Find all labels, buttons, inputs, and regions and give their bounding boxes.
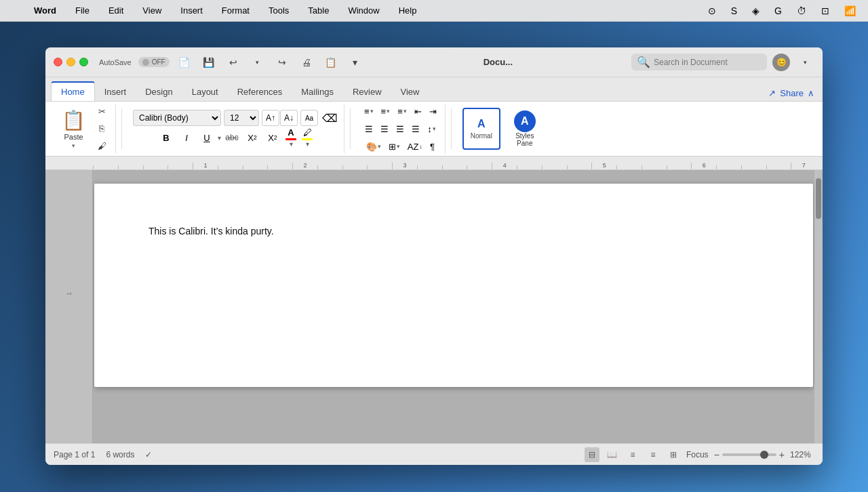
document-icon[interactable]: 📋 xyxy=(321,53,340,72)
menu-insert[interactable]: Insert xyxy=(176,4,207,17)
dropbox-icon[interactable]: ◈ xyxy=(748,4,764,18)
menu-format[interactable]: Format xyxy=(218,4,254,17)
share-button[interactable]: ↗ Share ∧ xyxy=(760,85,823,101)
bold-button[interactable]: B xyxy=(157,129,176,146)
tab-design[interactable]: Design xyxy=(136,83,182,101)
search-bar[interactable]: 🔍 xyxy=(631,54,767,70)
shading-button[interactable]: 🎨 ▾ xyxy=(363,138,384,155)
doc-scroll-area[interactable]: This is Calibri. It’s kinda purty. xyxy=(93,170,814,443)
font-color-dropdown[interactable]: ▾ xyxy=(290,140,293,148)
align-right-button[interactable]: ☰ xyxy=(393,121,407,137)
multilevel-list-button[interactable]: ≡ ▾ xyxy=(395,103,410,119)
bullet-dropdown[interactable]: ▾ xyxy=(370,108,374,115)
paste-button[interactable]: 📋 Paste ▾ xyxy=(56,104,91,153)
minimize-button[interactable] xyxy=(66,58,75,66)
highlight-dropdown[interactable]: ▾ xyxy=(306,140,309,148)
scroll-thumb[interactable] xyxy=(816,178,821,219)
superscript-button[interactable]: X2 xyxy=(263,129,282,146)
decrease-font-button[interactable]: A↓ xyxy=(280,110,298,126)
search-input[interactable] xyxy=(654,58,749,67)
tab-view[interactable]: View xyxy=(391,83,429,101)
underline-button[interactable]: U xyxy=(197,129,216,146)
siri-icon[interactable]: S xyxy=(727,4,741,18)
time-machine-icon[interactable]: ⏱ xyxy=(793,4,810,18)
autosave-toggle[interactable]: OFF xyxy=(138,57,170,67)
zoom-slider[interactable]: − + xyxy=(714,449,785,460)
styles-pane-button[interactable]: A StylesPane xyxy=(506,108,544,150)
border-dropdown[interactable]: ▾ xyxy=(397,143,400,150)
zoom-plus-button[interactable]: + xyxy=(779,449,785,460)
font-size-select[interactable]: 12 xyxy=(224,110,259,126)
focus-button[interactable]: ⊞ xyxy=(666,447,681,462)
sort-button[interactable]: AZ ↓ xyxy=(405,138,425,155)
menu-tools[interactable]: Tools xyxy=(264,4,293,17)
airplay-icon[interactable]: ⊡ xyxy=(817,4,833,18)
redo-icon[interactable]: ↪ xyxy=(273,53,292,72)
clear-formatting-button[interactable]: ⌫ xyxy=(321,110,338,126)
numbered-dropdown[interactable]: ▾ xyxy=(387,108,390,115)
tab-home[interactable]: Home xyxy=(51,81,95,101)
print-icon[interactable]: 🖨 xyxy=(297,53,316,72)
save-icon[interactable]: 💾 xyxy=(199,53,218,72)
menu-help[interactable]: Help xyxy=(395,4,421,17)
shading-dropdown[interactable]: ▾ xyxy=(378,143,381,150)
zoom-minus-button[interactable]: − xyxy=(714,449,719,460)
align-left-button[interactable]: ☰ xyxy=(362,121,376,137)
change-case-button[interactable]: Aa xyxy=(300,110,318,126)
right-scrollbar[interactable] xyxy=(814,170,823,443)
document-page[interactable]: This is Calibri. It’s kinda purty. xyxy=(94,184,813,387)
collapse-ribbon-icon[interactable]: ∧ xyxy=(808,88,814,98)
align-center-button[interactable]: ☰ xyxy=(378,121,391,137)
cut-button[interactable]: ✂ xyxy=(94,104,110,119)
increase-indent-button[interactable]: ⇥ xyxy=(427,103,439,119)
font-color-button[interactable]: A ▾ xyxy=(283,127,298,148)
undo-icon[interactable]: ↩ xyxy=(224,53,243,72)
user-dropdown-icon[interactable]: ▾ xyxy=(795,53,814,72)
menu-word[interactable]: Word xyxy=(30,4,60,17)
menu-window[interactable]: Window xyxy=(344,4,383,17)
menu-table[interactable]: Table xyxy=(304,4,333,17)
increase-font-button[interactable]: A↑ xyxy=(262,110,279,126)
font-name-select[interactable]: Calibri (Body) xyxy=(133,110,221,126)
line-spacing-dropdown[interactable]: ▾ xyxy=(433,125,436,132)
outline-view-button[interactable]: ≡ xyxy=(646,447,660,462)
line-spacing-button[interactable]: ↕ ▾ xyxy=(425,121,439,137)
wifi-icon[interactable]: 📶 xyxy=(840,4,860,18)
tab-layout[interactable]: Layout xyxy=(182,83,228,101)
maximize-button[interactable] xyxy=(79,58,88,66)
apple-menu[interactable] xyxy=(8,9,16,12)
multilevel-dropdown[interactable]: ▾ xyxy=(403,108,407,115)
border-button[interactable]: ⊞ ▾ xyxy=(386,138,403,155)
tab-insert[interactable]: Insert xyxy=(95,83,136,101)
menu-edit[interactable]: Edit xyxy=(104,4,127,17)
numbered-list-button[interactable]: ≡ ▾ xyxy=(378,103,393,119)
menu-view[interactable]: View xyxy=(138,4,165,17)
underline-dropdown[interactable]: ▾ xyxy=(218,134,221,142)
bullet-list-button[interactable]: ≡ ▾ xyxy=(361,103,376,119)
close-button[interactable] xyxy=(54,58,62,66)
format-painter-button[interactable]: 🖌 xyxy=(94,139,110,153)
control-center-icon[interactable]: ⊙ xyxy=(704,4,720,18)
user-avatar[interactable]: 😊 xyxy=(772,54,790,71)
print-layout-button[interactable]: ⊟ xyxy=(585,447,599,462)
more-icon[interactable]: ▾ xyxy=(346,53,365,72)
style-normal[interactable]: A Normal xyxy=(462,108,500,150)
show-formatting-button[interactable]: ¶ xyxy=(427,138,437,155)
document-view-icon[interactable]: 📄 xyxy=(175,53,194,72)
copy-button[interactable]: ⎘ xyxy=(94,121,110,136)
subscript-button[interactable]: X2 xyxy=(243,129,262,146)
undo-dropdown-icon[interactable]: ▾ xyxy=(248,53,267,72)
grammarly-icon[interactable]: G xyxy=(770,4,786,18)
paste-dropdown[interactable]: ▾ xyxy=(72,142,75,149)
web-layout-button[interactable]: ≡ xyxy=(625,447,640,462)
tab-mailings[interactable]: Mailings xyxy=(292,83,343,101)
spell-check-icon[interactable]: ✓ xyxy=(145,450,152,459)
justify-button[interactable]: ☰ xyxy=(409,121,422,137)
tab-review[interactable]: Review xyxy=(343,83,391,101)
highlight-button[interactable]: 🖊 ▾ xyxy=(300,127,315,148)
strikethrough-button[interactable]: abc xyxy=(222,129,241,146)
italic-button[interactable]: I xyxy=(177,129,196,146)
menu-file[interactable]: File xyxy=(71,4,94,17)
document-content[interactable]: This is Calibri. It’s kinda purty. xyxy=(149,224,759,239)
zoom-thumb[interactable] xyxy=(760,451,768,459)
